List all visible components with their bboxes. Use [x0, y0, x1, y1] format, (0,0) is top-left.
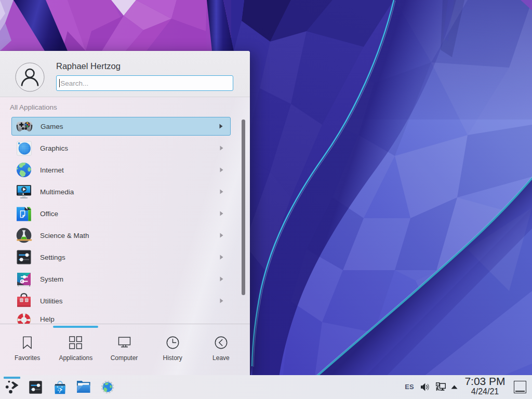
- category-label: Graphics: [40, 144, 68, 152]
- show-desktop-button[interactable]: [514, 381, 527, 393]
- category-row-science[interactable]: Science & Math: [11, 226, 231, 245]
- bookmark-icon: [21, 336, 34, 349]
- category-label: Utilities: [40, 297, 63, 305]
- user-avatar[interactable]: [15, 62, 45, 92]
- submenu-arrow-icon: [220, 211, 223, 216]
- category-row-games[interactable]: Games: [11, 117, 231, 136]
- tab-label: Applications: [59, 354, 92, 362]
- tab-computer[interactable]: Computer: [100, 324, 148, 375]
- volume-icon[interactable]: [420, 382, 430, 392]
- file-manager-folder-icon[interactable]: [75, 379, 92, 395]
- tab-label: History: [163, 354, 182, 362]
- submenu-arrow-icon: [220, 298, 223, 303]
- category-label: System: [40, 275, 63, 283]
- category-label: Multimedia: [40, 188, 74, 196]
- category-row-multimedia[interactable]: Multimedia: [11, 182, 231, 201]
- utilities-toolbox-icon: [16, 292, 32, 309]
- category-label: Office: [40, 210, 58, 218]
- tab-history[interactable]: History: [149, 324, 197, 375]
- clock-time: 7:03 PM: [460, 376, 510, 387]
- system-icon: [16, 271, 32, 287]
- launcher-tabbar: Favorites Applications Computer: [0, 324, 250, 375]
- wired-network-icon[interactable]: [436, 382, 446, 392]
- category-row-graphics[interactable]: Graphics: [11, 139, 231, 157]
- submenu-arrow-icon: [220, 189, 223, 194]
- system-settings-icon[interactable]: [28, 380, 43, 395]
- multimedia-monitor-icon: [16, 183, 32, 200]
- tab-label: Leave: [212, 354, 230, 362]
- launcher-header: Raphael Hertzog Search...: [0, 51, 250, 97]
- clock-date: 4/24/21: [460, 387, 510, 396]
- submenu-arrow-icon: [220, 145, 223, 151]
- leave-icon: [215, 336, 228, 349]
- clock-icon: [166, 336, 179, 349]
- category-row-internet[interactable]: Internet: [11, 161, 231, 179]
- expand-tray-caret-icon[interactable]: [451, 385, 458, 389]
- user-name: Raphael Hertzog: [56, 61, 121, 71]
- category-label: Games: [41, 123, 63, 130]
- tab-leave[interactable]: Leave: [197, 324, 245, 375]
- discover-bag-icon[interactable]: [53, 380, 67, 394]
- category-label: Science & Math: [40, 232, 89, 240]
- tab-label: Computer: [111, 354, 138, 362]
- settings-sliders-icon: [16, 249, 32, 265]
- category-row-utilities[interactable]: Utilities: [11, 291, 231, 310]
- keyboard-layout-indicator[interactable]: ES: [404, 383, 415, 391]
- category-label: Help: [40, 315, 55, 323]
- tab-favorites[interactable]: Favorites: [3, 324, 51, 375]
- submenu-arrow-icon: [220, 167, 223, 172]
- submenu-arrow-icon: [220, 276, 223, 282]
- section-label: All Applications: [10, 103, 57, 111]
- globe-icon: [16, 162, 32, 178]
- category-label: Settings: [40, 254, 65, 261]
- category-row-office[interactable]: Office: [11, 204, 231, 223]
- help-lifebuoy-icon: [16, 311, 32, 324]
- search-placeholder: Search...: [60, 79, 88, 87]
- category-row-help[interactable]: Help: [11, 310, 231, 324]
- category-label: Internet: [40, 166, 64, 174]
- tab-label: Favorites: [15, 354, 40, 362]
- list-scrollbar[interactable]: [242, 119, 245, 295]
- search-input[interactable]: Search...: [56, 75, 233, 91]
- office-documents-icon: [16, 205, 32, 222]
- app-launcher-button[interactable]: [2, 375, 22, 399]
- kali-menu-icon: [4, 379, 21, 395]
- digital-clock[interactable]: 7:03 PM 4/24/21: [460, 376, 510, 396]
- taskbar-panel: ES 7:03 PM 4/24/21: [0, 375, 532, 399]
- active-task-indicator: [4, 377, 20, 379]
- submenu-arrow-icon: [219, 124, 223, 129]
- category-row-system[interactable]: System: [11, 270, 231, 288]
- web-browser-globe-gear-icon[interactable]: [101, 380, 114, 394]
- submenu-arrow-icon: [220, 255, 223, 260]
- submenu-arrow-icon: [220, 233, 223, 238]
- application-launcher-popup: Raphael Hertzog Search... All Applicatio…: [0, 51, 250, 375]
- science-flask-icon: [16, 227, 32, 244]
- grid-icon: [69, 336, 82, 349]
- tab-applications[interactable]: Applications: [51, 324, 100, 375]
- monitor-icon: [118, 336, 131, 349]
- text-cursor: [59, 79, 60, 87]
- gamepad-icon: [16, 118, 33, 135]
- graphics-ball-icon: [16, 140, 32, 156]
- category-row-settings[interactable]: Settings: [11, 248, 231, 267]
- category-list: Games Graphics: [0, 117, 250, 324]
